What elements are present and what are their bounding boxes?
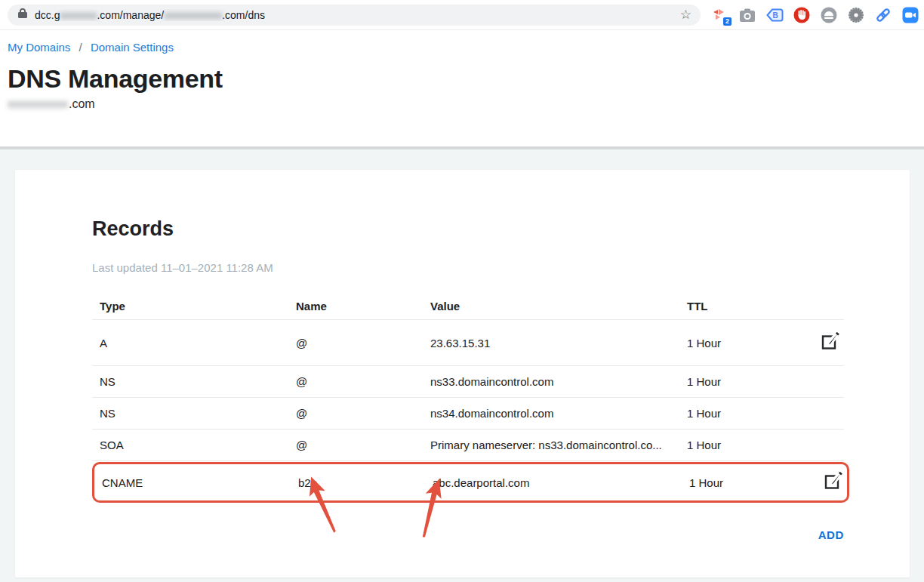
records-heading: Records bbox=[92, 217, 844, 241]
cell-ttl: 1 Hour bbox=[679, 439, 785, 451]
browser-toolbar: dcc.gxxxxxxx.com/manage/xxxxxxxxxxx.com/… bbox=[0, 0, 924, 30]
records-table-body: A@23.63.15.311 HourNS@ns33.domaincontrol… bbox=[92, 320, 844, 503]
camera-icon[interactable] bbox=[738, 6, 756, 24]
video-camera-icon[interactable] bbox=[901, 6, 919, 24]
redacted-url-segment: xxxxxxx bbox=[60, 9, 97, 21]
table-header-row: Type Name Value TTL bbox=[92, 292, 844, 320]
cell-type: NS bbox=[92, 375, 288, 388]
cell-value: Primary nameserver: ns33.domaincontrol.c… bbox=[423, 439, 679, 451]
url-segment: dcc.g bbox=[35, 9, 60, 21]
redacted-domain: xxxxxxxxxx bbox=[8, 97, 68, 111]
cell-type: SOA bbox=[92, 439, 288, 451]
records-table: Type Name Value TTL A@23.63.15.311 HourN… bbox=[92, 292, 844, 503]
cell-ttl: 1 Hour bbox=[679, 337, 785, 350]
breadcrumb: My Domains / Domain Settings bbox=[8, 41, 924, 54]
tag-icon[interactable]: B bbox=[765, 6, 784, 24]
add-row: ADD bbox=[92, 528, 844, 542]
dome-icon[interactable] bbox=[820, 6, 838, 24]
tag-letter: B bbox=[772, 11, 778, 20]
highlight-annotation-box: CNAMEb2babc.dearportal.com1 Hour bbox=[92, 462, 849, 503]
table-row-ns: NS@ns33.domaincontrol.com1 Hour bbox=[92, 366, 844, 398]
url-segment: .com/dns bbox=[222, 9, 265, 21]
arrows-extension-icon[interactable]: 2 bbox=[711, 6, 729, 24]
page-background: Records Last updated 11–01–2021 11:28 AM… bbox=[0, 149, 924, 582]
table-row-soa: SOA@Primary nameserver: ns33.domaincontr… bbox=[92, 430, 844, 461]
breadcrumb-domain-settings[interactable]: Domain Settings bbox=[91, 41, 174, 54]
table-row-a: A@23.63.15.311 Hour bbox=[92, 320, 844, 366]
cell-type: CNAME bbox=[94, 476, 291, 489]
extension-icons: 2 B bbox=[711, 6, 924, 24]
cell-ttl: 1 Hour bbox=[679, 375, 785, 388]
link-icon[interactable] bbox=[874, 6, 892, 24]
breadcrumb-my-domains[interactable]: My Domains bbox=[8, 41, 70, 54]
column-header-name: Name bbox=[288, 300, 423, 313]
cell-value: ns33.domaincontrol.com bbox=[423, 375, 679, 388]
page-title: DNS Management bbox=[8, 64, 924, 94]
table-row-ns: NS@ns34.domaincontrol.com1 Hour bbox=[92, 398, 844, 430]
extension-badge: 2 bbox=[723, 17, 732, 26]
url-segment: .com/manage/ bbox=[97, 9, 164, 21]
domain-suffix: .com bbox=[69, 97, 95, 111]
add-record-button[interactable]: ADD bbox=[818, 528, 844, 541]
edit-record-button[interactable] bbox=[813, 332, 844, 353]
stop-hand-icon[interactable] bbox=[793, 6, 811, 24]
lock-icon bbox=[18, 8, 27, 22]
edit-record-button[interactable] bbox=[816, 472, 847, 493]
records-card: Records Last updated 11–01–2021 11:28 AM… bbox=[15, 170, 910, 577]
cell-name: @ bbox=[288, 439, 423, 451]
column-header-ttl: TTL bbox=[679, 300, 785, 313]
column-header-value: Value bbox=[423, 300, 679, 313]
last-updated: Last updated 11–01–2021 11:28 AM bbox=[92, 261, 844, 274]
address-bar[interactable]: dcc.gxxxxxxx.com/manage/xxxxxxxxxxx.com/… bbox=[8, 5, 701, 26]
gear-icon[interactable] bbox=[847, 6, 865, 24]
cell-name: @ bbox=[288, 337, 423, 350]
domain-name: xxxxxxxxxx.com bbox=[8, 97, 924, 111]
cell-value: ns34.domaincontrol.com bbox=[423, 407, 679, 420]
redacted-url-segment: xxxxxxxxxxx bbox=[164, 9, 222, 21]
cell-value: 23.63.15.31 bbox=[423, 337, 679, 350]
cell-name: @ bbox=[288, 375, 423, 388]
cell-ttl: 1 Hour bbox=[682, 476, 787, 489]
breadcrumb-separator: / bbox=[79, 41, 82, 54]
cell-type: NS bbox=[92, 407, 288, 420]
cell-ttl: 1 Hour bbox=[679, 407, 785, 420]
page-header: My Domains / Domain Settings DNS Managem… bbox=[0, 30, 924, 146]
column-header-type: Type bbox=[92, 300, 288, 313]
cell-value: abc.dearportal.com bbox=[425, 476, 682, 489]
bookmark-star-icon[interactable]: ☆ bbox=[680, 8, 691, 21]
url-text: dcc.gxxxxxxx.com/manage/xxxxxxxxxxx.com/… bbox=[35, 9, 680, 21]
cell-name: @ bbox=[288, 407, 423, 420]
cell-type: A bbox=[92, 337, 288, 350]
table-row-cname: CNAMEb2babc.dearportal.com1 Hour bbox=[94, 464, 847, 500]
